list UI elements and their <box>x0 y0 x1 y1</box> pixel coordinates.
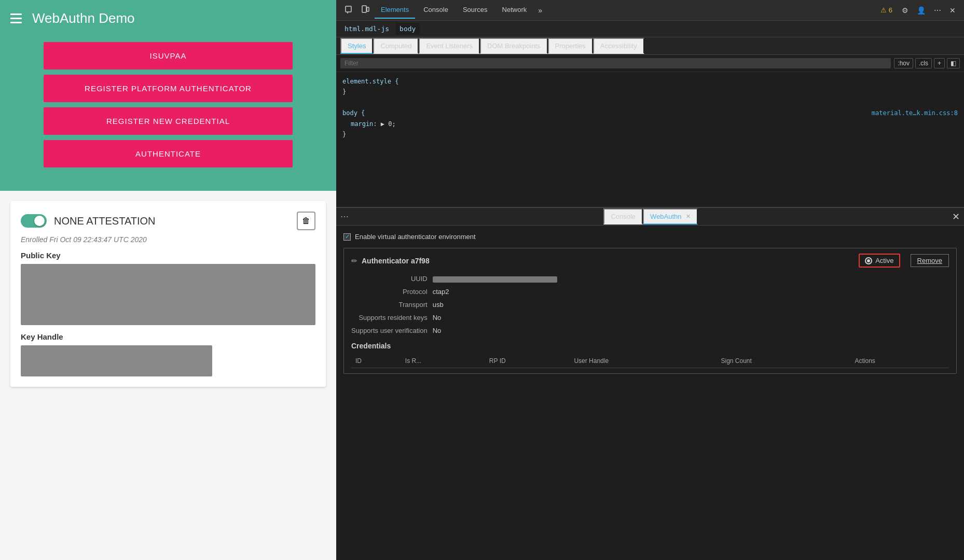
register-new-credential-button[interactable]: REGISTER NEW CREDENTIAL <box>44 107 293 135</box>
col-id: ID <box>351 354 401 368</box>
close-bottom-panel-button[interactable]: ✕ <box>952 211 960 222</box>
webauthn-tab-label: WebAuthn <box>650 213 681 220</box>
styles-filter-input[interactable] <box>340 58 891 68</box>
body-tag[interactable]: body <box>395 23 420 35</box>
warning-icon: ⚠ <box>880 6 887 14</box>
authenticator-name: Authenticator a7f98 <box>362 257 430 265</box>
settings-button[interactable]: ⚙ <box>899 4 912 17</box>
user-button[interactable]: 👤 <box>914 4 929 17</box>
uuid-bar <box>433 276 557 283</box>
authenticator-card: ✏ Authenticator a7f98 Active Remove UUID <box>343 248 957 374</box>
styles-panel: Styles Computed Event Listeners DOM Brea… <box>336 37 964 207</box>
uuid-value <box>433 274 949 284</box>
isuvpaa-button[interactable]: ISUVPAA <box>44 42 293 69</box>
element-style-selector: element.style { <box>342 78 398 85</box>
elements-breadcrumb: html.mdl-js body <box>336 21 964 37</box>
toggle-thumb <box>34 216 45 226</box>
enrolled-text: Enrolled Fri Oct 09 22:43:47 UTC 2020 <box>21 235 315 244</box>
bottom-tabs-more[interactable]: ⋯ <box>340 212 349 221</box>
left-panel: WebAuthn Demo ISUVPAA REGISTER PLATFORM … <box>0 0 336 560</box>
transport-value: usb <box>433 300 949 310</box>
col-rp-id: RP ID <box>485 354 570 368</box>
card-section: NONE ATTESTATION 🗑 Enrolled Fri Oct 09 2… <box>0 191 336 397</box>
auth-card-header: ✏ Authenticator a7f98 Active Remove <box>351 254 949 268</box>
credentials-table-head: ID Is R... RP ID User Handle Sign Count … <box>351 354 949 368</box>
protocol-label: Protocol <box>351 287 428 297</box>
margin-rule: margin: ▶ 0; <box>342 119 958 129</box>
styles-tab[interactable]: Styles <box>340 38 373 54</box>
console-tab-top[interactable]: Console <box>417 2 455 19</box>
styles-tabs: Styles Computed Event Listeners DOM Brea… <box>336 37 964 55</box>
transport-label: Transport <box>351 300 428 310</box>
warning-count: 6 <box>889 6 892 14</box>
bottom-tabs: ⋯ Console WebAuthn ✕ ✕ <box>336 208 964 226</box>
properties-tab[interactable]: Properties <box>548 38 593 54</box>
resident-keys-label: Supports resident keys <box>351 313 428 323</box>
resident-keys-value: No <box>433 313 949 323</box>
computed-tab[interactable]: Computed <box>373 38 419 54</box>
webauthn-tab[interactable]: WebAuthn ✕ <box>643 208 697 225</box>
more-tabs-button[interactable]: » <box>535 4 545 17</box>
stylesheet-link[interactable]: material.te…k.min.css:8 <box>872 108 958 118</box>
edit-authenticator-icon[interactable]: ✏ <box>351 257 357 265</box>
margin-value: ▶ 0; <box>381 120 396 128</box>
virtual-auth-label: Enable virtual authenticator environment <box>355 233 476 241</box>
more-options-button[interactable]: ⋯ <box>931 4 944 17</box>
filter-buttons: :hov .cls + ◧ <box>894 58 960 68</box>
delete-credential-button[interactable]: 🗑 <box>297 212 315 230</box>
card-header: NONE ATTESTATION 🗑 <box>21 212 315 230</box>
accessibility-tab[interactable]: Accessibility <box>593 38 644 54</box>
network-tab[interactable]: Network <box>496 2 533 19</box>
toggle-light-button[interactable]: ◧ <box>947 58 960 68</box>
console-tab-bottom[interactable]: Console <box>603 208 643 225</box>
attestation-toggle[interactable] <box>21 214 47 228</box>
active-badge[interactable]: Active <box>859 254 900 268</box>
webauthn-tab-close[interactable]: ✕ <box>686 213 691 220</box>
devtools-actions: ⚙ 👤 ⋯ ✕ <box>899 4 959 17</box>
virtual-auth-checkbox[interactable] <box>343 233 351 241</box>
user-verification-value: No <box>433 326 949 335</box>
hamburger-line <box>10 22 22 23</box>
body-selector: body { <box>342 109 365 117</box>
protocol-value: ctap2 <box>433 287 949 297</box>
body-rule-close: } <box>342 129 958 139</box>
cls-filter-button[interactable]: .cls <box>915 58 932 68</box>
credential-card: NONE ATTESTATION 🗑 Enrolled Fri Oct 09 2… <box>10 201 326 387</box>
bottom-content: Enable virtual authenticator environment… <box>336 226 964 560</box>
register-platform-button[interactable]: REGISTER PLATFORM AUTHENTICATOR <box>44 75 293 102</box>
col-is-r: Is R... <box>401 354 485 368</box>
svg-rect-0 <box>346 6 351 12</box>
hov-filter-button[interactable]: :hov <box>894 58 913 68</box>
user-verification-label: Supports user verification <box>351 326 428 335</box>
app-header: WebAuthn Demo ISUVPAA REGISTER PLATFORM … <box>0 0 336 191</box>
html-tag[interactable]: html.mdl-js <box>340 23 393 35</box>
devtools-panel: Elements Console Sources Network » ⚠ 6 ⚙… <box>336 0 964 560</box>
dom-breakpoints-tab[interactable]: DOM Breakpoints <box>480 38 548 54</box>
svg-rect-2 <box>362 6 366 12</box>
close-devtools-button[interactable]: ✕ <box>946 4 959 17</box>
app-title: WebAuthn Demo <box>32 10 135 26</box>
elements-tab[interactable]: Elements <box>375 2 415 19</box>
inspect-element-button[interactable] <box>341 3 356 17</box>
elements-area: html.mdl-js body Styles Computed Event L… <box>336 21 964 207</box>
remove-authenticator-button[interactable]: Remove <box>911 254 949 267</box>
add-style-button[interactable]: + <box>934 58 945 68</box>
radio-dot-inner <box>867 259 870 262</box>
auth-fields: UUID Protocol ctap2 Transport usb Suppor… <box>351 274 949 335</box>
sources-tab[interactable]: Sources <box>457 2 494 19</box>
button-group: ISUVPAA REGISTER PLATFORM AUTHENTICATOR … <box>10 42 326 167</box>
event-listeners-tab[interactable]: Event Listeners <box>419 38 480 54</box>
virtual-auth-row: Enable virtual authenticator environment <box>343 233 957 241</box>
radio-dot <box>865 257 872 264</box>
hamburger-line <box>10 13 22 15</box>
device-toolbar-button[interactable] <box>358 3 373 17</box>
authenticate-button[interactable]: AUTHENTICATE <box>44 140 293 167</box>
svg-rect-3 <box>367 7 369 11</box>
styles-filter-bar: :hov .cls + ◧ <box>336 55 964 72</box>
col-sign-count: Sign Count <box>717 354 851 368</box>
margin-prop: margin: <box>351 120 377 128</box>
key-handle-label: Key Handle <box>21 332 315 341</box>
hamburger-icon[interactable] <box>10 13 22 23</box>
public-key-value <box>21 264 315 325</box>
col-actions: Actions <box>850 354 949 368</box>
